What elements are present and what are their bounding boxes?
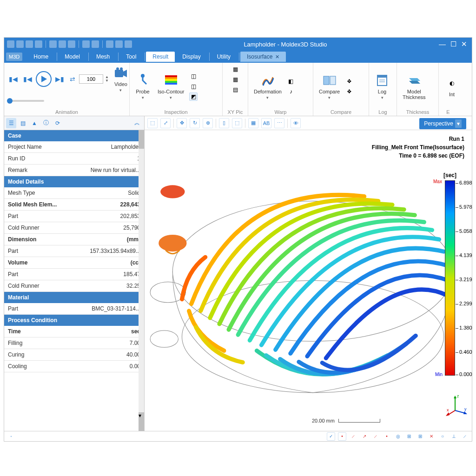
svg-rect-1 (115, 70, 123, 77)
tab-tool[interactable]: Tool (119, 52, 143, 62)
status-tool-icon[interactable]: • (338, 432, 346, 441)
color-legend: [sec] Max Min 6.898 5.978 5.058 4.139 3.… (432, 172, 468, 376)
row-coldr-vol: Cold Runner (8, 283, 77, 289)
status-tool-icon[interactable]: ↗ (360, 432, 369, 441)
int-button[interactable]: ◐Int (442, 75, 462, 98)
status-tool-icon[interactable]: ⟋ (371, 432, 380, 441)
panel-collapse-icon[interactable]: ︽ (132, 118, 142, 128)
qat-camera-icon[interactable] (125, 40, 132, 48)
status-tool-icon[interactable]: ⟋ (461, 432, 469, 441)
xy-icon[interactable]: ▤ (231, 86, 239, 94)
legend-min-label: Min (435, 372, 443, 377)
scale-bar: 20.00 mm (312, 418, 380, 423)
status-tool-icon[interactable]: ⊞ (416, 432, 424, 441)
panel-info-icon[interactable]: ⓘ (41, 118, 51, 128)
probe-button[interactable]: Probe▾ (132, 72, 153, 101)
qat-info-icon[interactable] (115, 40, 123, 48)
status-tool-icon[interactable]: ○ (438, 432, 447, 441)
vtool-icon[interactable]: ⊕ (203, 118, 213, 128)
viewport-canvas[interactable] (145, 130, 472, 431)
qat-open-icon[interactable] (16, 40, 24, 48)
group-label-warp: Warp (251, 108, 310, 115)
tab-result[interactable]: Result (146, 52, 175, 62)
status-tool-icon[interactable]: ⟋ (349, 432, 357, 441)
status-tool-icon[interactable]: ⊥ (450, 432, 458, 441)
row-mesh-type: Mesh Type (8, 190, 77, 196)
vtool-icon[interactable]: ↻ (190, 118, 200, 128)
frame-input[interactable] (79, 74, 103, 84)
deformation-button[interactable]: Deformation▾ (251, 72, 284, 101)
mini-icon[interactable]: ❖ (345, 87, 353, 96)
legend-bar: Max Min 6.898 5.978 5.058 4.139 3.219 2.… (445, 180, 455, 376)
step-back-button[interactable]: ▮◀ (21, 75, 34, 83)
qat-settings-icon[interactable] (68, 40, 75, 48)
rewind-button[interactable]: ▮◀ (7, 75, 20, 83)
compare-button[interactable]: Compare▾ (316, 72, 343, 101)
vtool-icon[interactable]: ▦ (248, 118, 258, 128)
tab-mesh[interactable]: Mesh (90, 52, 116, 62)
qat-new-icon[interactable] (35, 40, 42, 48)
group-label-animation: Animation (7, 108, 126, 115)
vtool-icon[interactable]: ⬚ (232, 118, 242, 128)
step-fwd-button[interactable]: ▶▮ (53, 75, 66, 83)
panel-refresh-icon[interactable]: ⟳ (53, 118, 63, 128)
status-tool-icon[interactable]: ⊞ (405, 432, 413, 441)
thickness-button[interactable]: Model Thickness (400, 72, 429, 101)
qat-search-icon[interactable] (59, 40, 66, 48)
perspective-dropdown[interactable]: Perspective▾ (419, 118, 466, 129)
play-button[interactable] (36, 71, 52, 87)
status-tool-icon[interactable]: ✓ (327, 432, 335, 441)
panel-view-icon[interactable]: ▤ (18, 118, 28, 128)
vtool-icon[interactable]: 👁 (291, 118, 301, 128)
panel-scrollbar[interactable]: ▾ (139, 130, 144, 431)
video-button[interactable]: Video▾ (111, 65, 131, 93)
mini-icon[interactable]: ◫ (189, 82, 198, 91)
qat-redo-icon[interactable] (92, 40, 99, 48)
qat-save-icon[interactable] (26, 40, 33, 48)
vtool-icon[interactable]: ⬚ (147, 118, 158, 128)
viewport[interactable]: ⬚ ⤢ ✥ ↻ ⊕ ▯ ⬚ ▦ AB ⋯ 👁 Perspective▾ (145, 116, 472, 431)
minimize-button[interactable]: — (439, 40, 446, 48)
qat-undo-icon[interactable] (82, 40, 90, 48)
tab-model[interactable]: Model (58, 52, 86, 62)
qat-copy-icon[interactable] (49, 40, 57, 48)
vtool-icon[interactable]: ⋯ (274, 118, 284, 128)
file-tab[interactable]: M3D (6, 53, 22, 61)
frame-down-icon[interactable]: ▼ (105, 79, 109, 83)
vtool-icon[interactable]: AB (261, 118, 271, 128)
tab-isosurface[interactable]: Isosurface✕ (240, 52, 286, 62)
tab-close-icon[interactable]: ✕ (275, 54, 279, 60)
titlebar: Lampholder - Moldex3D Studio — ☐ ✕ (4, 38, 472, 51)
vtool-icon[interactable]: ▯ (219, 118, 229, 128)
status-tool-icon[interactable]: ◎ (394, 432, 402, 441)
svg-text:x: x (447, 408, 449, 412)
settings-icon[interactable]: ⇄ (68, 75, 77, 83)
iso-contour-button[interactable]: Iso-Contour▾ (155, 72, 187, 101)
xy-icon[interactable]: ▦ (231, 65, 239, 73)
tab-utility[interactable]: Utility (211, 52, 237, 62)
svg-text:z: z (457, 394, 459, 398)
status-tool-icon[interactable]: • (383, 432, 391, 441)
mini-icon[interactable]: ♪ (287, 87, 295, 96)
mini-icon[interactable]: ❖ (345, 77, 353, 86)
panel-view-list-icon[interactable]: ☰ (6, 118, 16, 128)
row-time: Time (8, 328, 77, 335)
close-button[interactable]: ✕ (461, 40, 467, 48)
tab-home[interactable]: Home (27, 52, 55, 62)
animation-slider[interactable] (7, 100, 44, 102)
qat-icon[interactable] (7, 40, 14, 48)
log-button[interactable]: Log▾ (372, 72, 392, 101)
panel-filter-icon[interactable]: ▲ (29, 118, 40, 128)
mini-icon-active[interactable]: ◩ (189, 93, 198, 101)
vtool-icon[interactable]: ⤢ (160, 118, 171, 128)
qat-help-icon[interactable] (106, 40, 113, 48)
xy-icon[interactable]: ▦ (231, 75, 239, 84)
svg-point-19 (160, 185, 185, 198)
row-part-elem: Part (8, 213, 77, 219)
tab-display[interactable]: Display (176, 52, 207, 62)
status-tool-icon[interactable]: ✕ (427, 432, 436, 441)
vtool-icon[interactable]: ✥ (177, 118, 187, 128)
mini-icon[interactable]: ◧ (287, 77, 295, 86)
maximize-button[interactable]: ☐ (450, 40, 456, 48)
mini-icon[interactable]: ◫ (189, 72, 198, 80)
